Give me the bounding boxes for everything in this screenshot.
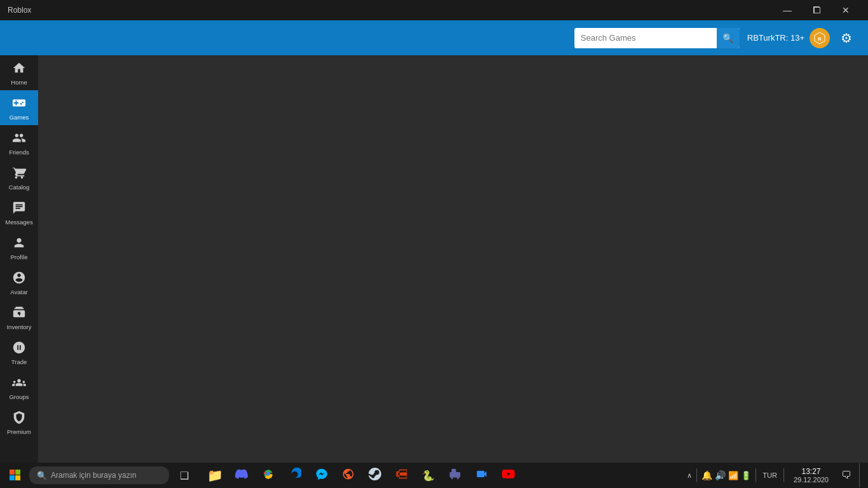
svg-rect-2 (10, 470, 15, 475)
taskbar-app-chrome[interactable] (255, 463, 281, 487)
windows-logo-icon (10, 470, 21, 481)
sidebar-item-inventory[interactable]: Inventory (0, 300, 38, 335)
tray-divider-3 (783, 468, 784, 482)
taskbar-search-icon: 🔍 (37, 471, 47, 480)
steam-icon (369, 468, 381, 484)
taskbar-app-steam[interactable] (362, 463, 388, 487)
sidebar-item-profile[interactable]: Profile (0, 230, 38, 265)
user-label: RBTurkTR: 13+ (747, 33, 804, 43)
sidebar-item-trade[interactable]: Trade (0, 335, 38, 370)
taskbar-search[interactable]: 🔍 Aramak için buraya yazın (29, 466, 169, 484)
taskbar-clock[interactable]: 13:27 29.12.2020 (789, 467, 834, 484)
taskbar-app-discord[interactable] (229, 463, 254, 487)
sidebar-item-catalog-label: Catalog (9, 184, 30, 191)
notification-button[interactable]: 🗨 (836, 463, 857, 487)
premium-badge-icon: R (813, 31, 827, 45)
app-container: 🔍 RBTurkTR: 13+ R ⚙ (0, 20, 868, 463)
taskbar-network-icon[interactable]: 📶 (728, 471, 738, 480)
taskbar-app-office[interactable] (389, 463, 414, 487)
search-container[interactable]: 🔍 (574, 28, 740, 48)
show-desktop-button[interactable] (859, 463, 864, 487)
office-icon (395, 468, 408, 484)
taskbar-app-teams[interactable] (442, 463, 468, 487)
games-icon (12, 96, 26, 112)
python-icon: 🐍 (422, 470, 435, 482)
sidebar-item-games-label: Games (10, 114, 29, 121)
search-icon: 🔍 (722, 33, 733, 43)
clock-time: 13:27 (794, 467, 829, 476)
topbar: 🔍 RBTurkTR: 13+ R ⚙ (0, 20, 868, 55)
groups-icon (12, 376, 26, 391)
search-button[interactable]: 🔍 (717, 28, 740, 48)
notification-icon: 🗨 (841, 470, 851, 481)
file-explorer-icon: 📁 (207, 468, 223, 483)
sidebar: Home Games Friends Cata (0, 55, 38, 463)
svg-rect-4 (10, 475, 15, 480)
teams-icon (449, 468, 461, 484)
taskbar-app-vpn[interactable] (336, 463, 361, 487)
sidebar-item-trade-label: Trade (11, 358, 27, 365)
taskbar-app-file-explorer[interactable]: 📁 (202, 463, 227, 487)
language-indicator[interactable]: TUR (761, 471, 779, 479)
taskbar-tray-icon-1[interactable]: 🔔 (702, 470, 712, 480)
taskbar: 🔍 Aramak için buraya yazın ❑ 📁 (0, 463, 868, 488)
taskbar-app-edge[interactable] (282, 463, 308, 487)
search-input[interactable] (574, 33, 717, 43)
trade-icon (12, 341, 26, 356)
sidebar-item-games[interactable]: Games (0, 90, 38, 125)
minimize-button[interactable]: — (773, 0, 802, 20)
taskbar-app-messenger[interactable] (309, 463, 334, 487)
youtube-icon (502, 468, 515, 484)
taskbar-app-youtube[interactable] (496, 463, 521, 487)
tray-divider (696, 468, 697, 482)
sidebar-item-avatar-label: Avatar (10, 288, 27, 295)
taskbar-search-text: Aramak için buraya yazın (51, 471, 137, 480)
user-info: RBTurkTR: 13+ R ⚙ (747, 27, 858, 50)
friends-icon (12, 131, 26, 147)
settings-button[interactable]: ⚙ (835, 27, 858, 50)
sidebar-item-friends-label: Friends (9, 149, 29, 156)
user-badge[interactable]: R (810, 28, 830, 48)
avatar-icon (12, 271, 26, 287)
taskbar-apps: 📁 (202, 463, 521, 487)
settings-icon: ⚙ (841, 30, 852, 46)
sidebar-item-messages-label: Messages (5, 219, 32, 226)
taskbar-app-python[interactable]: 🐍 (416, 463, 441, 487)
sidebar-item-avatar[interactable]: Avatar (0, 265, 38, 300)
restore-button[interactable]: ⧠ (802, 0, 831, 20)
task-view-button[interactable]: ❑ (172, 463, 197, 487)
premium-icon (12, 410, 26, 426)
titlebar: Roblox — ⧠ ✕ (0, 0, 868, 20)
sidebar-item-inventory-label: Inventory (6, 323, 31, 330)
task-view-icon: ❑ (180, 470, 189, 482)
sidebar-item-home[interactable]: Home (0, 55, 38, 90)
app-title: Roblox (8, 6, 31, 15)
svg-rect-5 (15, 475, 20, 480)
sidebar-item-profile-label: Profile (11, 254, 28, 261)
taskbar-battery-icon[interactable]: 🔋 (741, 471, 751, 480)
catalog-icon (12, 166, 26, 182)
svg-rect-3 (15, 470, 20, 475)
sidebar-item-groups[interactable]: Groups (0, 370, 38, 405)
sidebar-item-groups-label: Groups (9, 393, 29, 400)
taskbar-app-zoom[interactable] (469, 463, 494, 487)
sidebar-item-catalog[interactable]: Catalog (0, 160, 38, 195)
start-button[interactable] (4, 464, 27, 487)
vpn-icon (342, 468, 355, 484)
sidebar-item-premium[interactable]: Premium (0, 405, 38, 440)
window-controls: — ⧠ ✕ (773, 0, 860, 20)
messenger-icon (315, 468, 328, 484)
sidebar-item-friends[interactable]: Friends (0, 125, 38, 160)
close-button[interactable]: ✕ (831, 0, 860, 20)
chrome-icon (262, 468, 275, 484)
sidebar-item-messages[interactable]: Messages (0, 195, 38, 230)
sidebar-item-premium-label: Premium (7, 428, 31, 435)
edge-icon (288, 468, 301, 484)
tray-divider-2 (756, 468, 756, 482)
profile-icon (12, 236, 26, 252)
main-content (38, 55, 868, 463)
taskbar-volume-icon[interactable]: 🔊 (715, 470, 726, 480)
content-area: Home Games Friends Cata (0, 55, 868, 463)
chevron-icon[interactable]: ∧ (687, 471, 692, 480)
svg-text:R: R (818, 36, 822, 41)
